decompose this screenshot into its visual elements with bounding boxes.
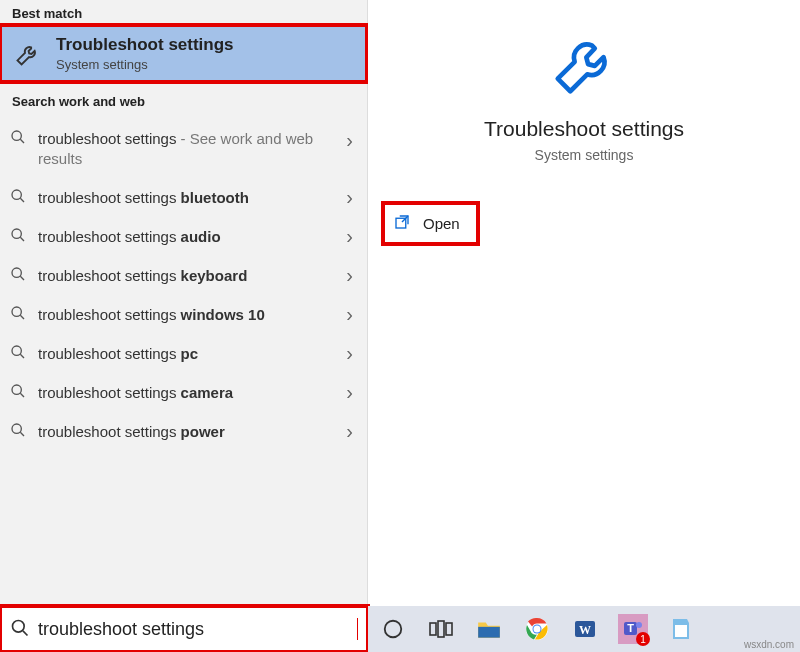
task-view-icon[interactable] (426, 614, 456, 644)
svg-line-11 (20, 354, 24, 358)
suggestion-item[interactable]: troubleshoot settings bluetooth› (0, 178, 367, 217)
search-icon (10, 422, 28, 441)
chevron-right-icon: › (346, 264, 353, 287)
suggestion-text: troubleshoot settings camera (38, 383, 336, 403)
search-icon (10, 305, 28, 324)
suggestion-text: troubleshoot settings pc (38, 344, 336, 364)
svg-line-3 (20, 198, 24, 202)
suggestion-list: troubleshoot settings - See work and web… (0, 113, 367, 451)
chevron-right-icon: › (346, 342, 353, 365)
svg-point-25 (534, 626, 541, 633)
cortana-icon[interactable] (378, 614, 408, 644)
file-explorer-icon[interactable] (474, 614, 504, 644)
search-icon (10, 227, 28, 246)
svg-line-9 (20, 315, 24, 319)
suggestion-text: troubleshoot settings windows 10 (38, 305, 336, 325)
suggestion-item[interactable]: troubleshoot settings pc› (0, 334, 367, 373)
chevron-right-icon: › (346, 420, 353, 443)
search-input[interactable] (38, 619, 349, 640)
word-icon[interactable]: W (570, 614, 600, 644)
suggestion-text: troubleshoot settings - See work and web… (38, 129, 336, 168)
svg-point-17 (13, 620, 25, 632)
suggestion-item[interactable]: troubleshoot settings camera› (0, 373, 367, 412)
svg-point-19 (385, 621, 402, 638)
bottom-bar: W T 1 (0, 606, 800, 652)
search-icon (10, 618, 30, 641)
suggestion-text: troubleshoot settings power (38, 422, 336, 442)
chevron-right-icon: › (346, 303, 353, 326)
search-icon (10, 188, 28, 207)
svg-rect-21 (438, 621, 444, 637)
suggestion-item[interactable]: troubleshoot settings - See work and web… (0, 119, 367, 178)
open-label: Open (423, 215, 460, 232)
chevron-right-icon: › (346, 381, 353, 404)
watermark: wsxdn.com (744, 639, 794, 650)
chevron-right-icon: › (346, 129, 353, 152)
svg-point-8 (12, 307, 21, 316)
suggestion-item[interactable]: troubleshoot settings windows 10› (0, 295, 367, 334)
detail-panel: Troubleshoot settings System settings Op… (368, 0, 800, 606)
svg-point-14 (12, 424, 21, 433)
svg-rect-20 (430, 623, 436, 635)
open-button[interactable]: Open (383, 203, 478, 244)
svg-line-7 (20, 276, 24, 280)
suggestion-item[interactable]: troubleshoot settings keyboard› (0, 256, 367, 295)
suggestion-text: troubleshoot settings audio (38, 227, 336, 247)
suggestion-item[interactable]: troubleshoot settings power› (0, 412, 367, 451)
suggestion-text: troubleshoot settings bluetooth (38, 188, 336, 208)
teams-icon[interactable]: T 1 (618, 614, 648, 644)
search-icon (10, 266, 28, 285)
suggestion-item[interactable]: troubleshoot settings audio› (0, 217, 367, 256)
search-icon (10, 344, 28, 363)
svg-point-4 (12, 229, 21, 238)
svg-line-15 (20, 432, 24, 436)
best-match-label: Best match (0, 0, 367, 25)
detail-title: Troubleshoot settings (484, 117, 684, 141)
search-web-label: Search work and web (0, 82, 367, 113)
svg-line-5 (20, 237, 24, 241)
svg-point-6 (12, 268, 21, 277)
suggestion-text: troubleshoot settings keyboard (38, 266, 336, 286)
svg-line-1 (20, 139, 24, 143)
chevron-right-icon: › (346, 225, 353, 248)
svg-line-18 (23, 630, 28, 635)
search-results-panel: Best match Troubleshoot settings System … (0, 0, 368, 606)
notepad-icon[interactable] (666, 614, 696, 644)
wrench-icon (549, 30, 619, 103)
search-icon (10, 129, 28, 148)
svg-point-12 (12, 385, 21, 394)
chevron-right-icon: › (346, 186, 353, 209)
text-cursor (357, 618, 358, 640)
taskbar: W T 1 (368, 606, 800, 652)
search-icon (10, 383, 28, 402)
svg-point-2 (12, 190, 21, 199)
chrome-icon[interactable] (522, 614, 552, 644)
svg-point-0 (12, 131, 21, 140)
best-match-subtitle: System settings (56, 57, 234, 72)
wrench-icon (14, 40, 42, 68)
detail-subtitle: System settings (535, 147, 634, 163)
best-match-result[interactable]: Troubleshoot settings System settings (0, 25, 367, 82)
search-box[interactable] (0, 606, 368, 652)
svg-point-10 (12, 346, 21, 355)
launch-icon (393, 213, 411, 234)
svg-rect-22 (446, 623, 452, 635)
svg-text:W: W (579, 623, 591, 637)
svg-line-13 (20, 393, 24, 397)
svg-point-30 (636, 622, 642, 628)
badge-icon: 1 (636, 632, 650, 646)
svg-text:T: T (627, 622, 634, 634)
best-match-title: Troubleshoot settings (56, 35, 234, 55)
